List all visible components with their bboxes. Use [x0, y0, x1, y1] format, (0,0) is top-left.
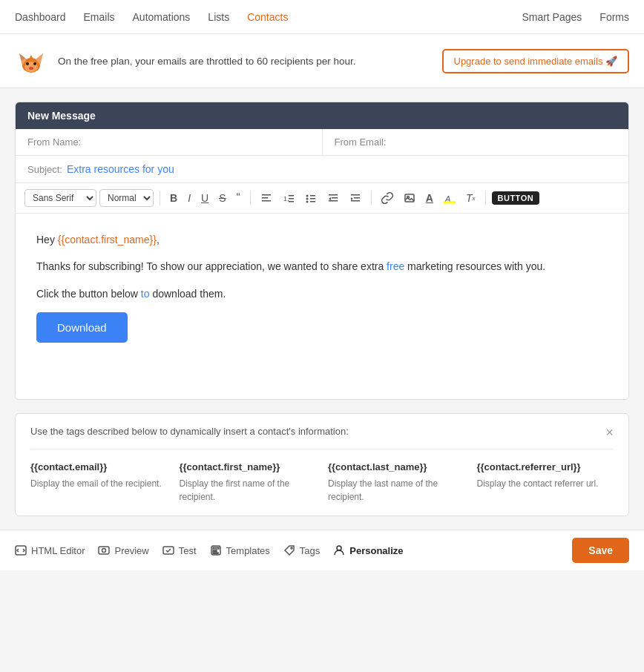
from-name-label: From Name: — [27, 136, 81, 148]
font-family-select[interactable]: Sans Serif Serif Monospace — [24, 189, 96, 207]
highlight-button[interactable]: A — [440, 190, 459, 206]
svg-point-45 — [337, 546, 341, 550]
subject-row[interactable]: Subject: Extra resources for you — [16, 156, 628, 183]
align-left-button[interactable] — [257, 190, 276, 206]
svg-point-38 — [102, 549, 106, 553]
bottom-test[interactable]: Test — [162, 541, 197, 559]
navigation: Dashboard Emails Automations Lists Conta… — [0, 0, 644, 34]
bottom-html-editor[interactable]: HTML Editor — [15, 541, 85, 559]
svg-marker-9 — [29, 55, 33, 59]
check-icon — [162, 544, 174, 556]
nav-dashboard[interactable]: Dashboard — [15, 11, 66, 23]
bottom-bar: HTML Editor Preview Test Templates Tags … — [0, 530, 644, 570]
tag-lastname-name: {{contact.last_name}} — [328, 461, 465, 472]
svg-point-18 — [306, 195, 308, 197]
image-button[interactable] — [400, 190, 419, 206]
svg-rect-43 — [213, 553, 218, 554]
fox-icon — [15, 45, 47, 77]
tag-item-email: {{contact.email}} Display the email of t… — [30, 461, 168, 504]
banner-message: On the free plan, your emails are thrott… — [58, 56, 432, 67]
from-email-field[interactable]: From Email: — [323, 129, 629, 155]
editor-header: New Message — [16, 102, 628, 129]
svg-text:1.: 1. — [283, 195, 289, 202]
svg-rect-30 — [351, 200, 360, 202]
from-fields-row: From Name: From Email: — [16, 129, 628, 156]
svg-rect-11 — [262, 194, 271, 196]
tags-grid: {{contact.email}} Display the email of t… — [30, 449, 614, 504]
indent-button[interactable] — [346, 190, 365, 206]
svg-rect-26 — [329, 200, 338, 202]
nav-lists[interactable]: Lists — [208, 11, 229, 23]
from-name-field[interactable]: From Name: — [16, 129, 323, 155]
bottom-tags-label: Tags — [300, 545, 320, 556]
bottom-preview[interactable]: Preview — [98, 541, 148, 559]
svg-point-6 — [26, 62, 29, 65]
nav-right: Smart Pages Forms — [522, 11, 629, 23]
upgrade-button[interactable]: Upgrade to send immediate emails 🚀 — [442, 49, 630, 73]
bold-button[interactable]: B — [166, 190, 181, 206]
blockquote-button[interactable]: “ — [232, 189, 243, 207]
svg-rect-29 — [354, 197, 360, 199]
insert-button-button[interactable]: BUTTON — [492, 191, 540, 205]
tags-info-panel: × Use the tags described below to dynami… — [15, 413, 629, 516]
to-highlight: to — [141, 288, 150, 300]
svg-point-20 — [306, 201, 308, 203]
underline-button[interactable]: U — [197, 190, 212, 206]
tag-email-desc: Display the email of the recipient. — [30, 477, 168, 490]
svg-rect-25 — [332, 197, 338, 199]
svg-rect-23 — [310, 201, 315, 202]
toolbar-divider-3 — [371, 191, 372, 205]
svg-rect-15 — [289, 195, 294, 197]
nav-contacts[interactable]: Contacts — [247, 11, 288, 23]
nav-forms[interactable]: Forms — [599, 11, 629, 23]
tag-lastname-desc: Display the last name of the recipient. — [328, 477, 465, 504]
tag-icon — [283, 544, 295, 556]
tag-firstname-desc: Display the first name of the recipient. — [180, 477, 317, 504]
toolbar-divider-4 — [485, 191, 486, 205]
person-icon — [333, 544, 345, 556]
ordered-list-button[interactable]: 1. — [279, 190, 298, 206]
bottom-html-editor-label: HTML Editor — [31, 545, 85, 556]
formatting-toolbar: Sans Serif Serif Monospace Normal Small … — [16, 183, 628, 214]
toolbar-divider-2 — [250, 191, 251, 205]
bottom-test-label: Test — [179, 545, 197, 556]
strikethrough-button[interactable]: S — [215, 190, 229, 206]
nav-emails[interactable]: Emails — [84, 11, 115, 23]
tags-info-text: Use the tags described below to dynamica… — [30, 426, 614, 437]
unordered-list-button[interactable] — [301, 190, 321, 206]
email-content-area[interactable]: Hey {{contact.first_name}}, Thanks for s… — [16, 214, 628, 399]
svg-marker-31 — [351, 197, 353, 200]
subject-value: Extra resources for you — [67, 163, 174, 175]
free-plan-banner: On the free plan, your emails are thrott… — [0, 34, 644, 88]
svg-rect-41 — [213, 547, 219, 549]
nav-left: Dashboard Emails Automations Lists Conta… — [15, 11, 522, 23]
bottom-templates-label: Templates — [226, 545, 270, 556]
email-greeting: Hey {{contact.first_name}}, — [36, 231, 608, 248]
close-tags-panel-button[interactable]: × — [605, 426, 614, 439]
bottom-bar-items: HTML Editor Preview Test Templates Tags … — [15, 541, 572, 559]
svg-rect-16 — [289, 198, 294, 200]
bottom-templates[interactable]: Templates — [210, 541, 270, 559]
svg-rect-24 — [329, 194, 338, 196]
tag-item-firstname: {{contact.first_name}} Display the first… — [180, 461, 317, 504]
italic-button[interactable]: I — [184, 190, 194, 206]
link-button[interactable] — [378, 190, 397, 206]
nav-smart-pages[interactable]: Smart Pages — [522, 11, 582, 23]
clear-format-button[interactable]: Tx — [462, 190, 479, 206]
svg-point-8 — [29, 67, 33, 70]
outdent-button[interactable] — [323, 190, 343, 206]
from-email-label: From Email: — [335, 136, 387, 148]
save-button[interactable]: Save — [572, 538, 629, 563]
text-color-button[interactable]: A — [422, 190, 437, 206]
nav-automations[interactable]: Automations — [133, 11, 191, 23]
bottom-tags[interactable]: Tags — [283, 541, 320, 559]
email-para1: Thanks for subscribing! To show our appr… — [36, 258, 608, 274]
bottom-personalize[interactable]: Personalize — [333, 541, 403, 559]
template-icon — [210, 544, 222, 556]
tag-item-referrer: {{contact.referrer_url}} Display the con… — [477, 461, 614, 504]
eye-icon — [98, 544, 110, 556]
bottom-personalize-label: Personalize — [349, 545, 403, 556]
svg-marker-27 — [329, 197, 331, 200]
font-size-select[interactable]: Normal Small Large Huge — [99, 189, 154, 207]
download-button[interactable]: Download — [36, 312, 128, 343]
